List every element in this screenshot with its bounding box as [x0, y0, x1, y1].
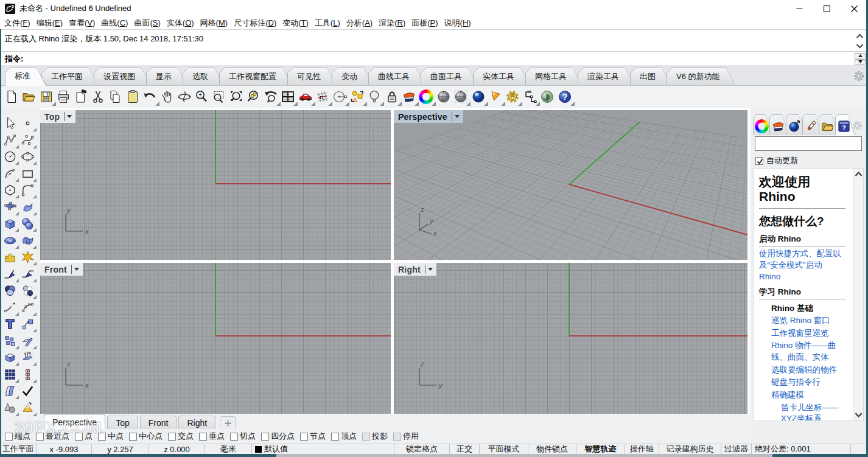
osnap-checkbox[interactable] [261, 433, 269, 441]
fillet-edge-button[interactable] [2, 266, 19, 283]
panel-tab-help[interactable]: ? [835, 114, 855, 135]
viewport-tab-right[interactable]: Right [178, 416, 215, 429]
single-point-button[interactable] [19, 115, 37, 132]
viewport-right[interactable]: Rightzy [394, 263, 747, 414]
menu-L[interactable]: 工具(L) [312, 16, 343, 30]
new-file-button[interactable] [4, 89, 19, 105]
help-button[interactable]: ? [558, 89, 573, 105]
dropdown-corner-icon[interactable] [380, 102, 384, 106]
viewport-label-front[interactable]: Front [40, 263, 83, 276]
boolean-union-button[interactable] [2, 282, 19, 299]
cplane-button[interactable] [315, 89, 331, 105]
dropdown-corner-icon[interactable] [33, 362, 37, 366]
help-link[interactable]: 笛卡儿坐标——XYZ坐标系 [781, 402, 845, 421]
osnap-label[interactable]: 中点 [108, 431, 124, 442]
scale-button[interactable] [19, 316, 37, 333]
status-cell-10[interactable]: 物件锁点 [528, 444, 576, 454]
help-link[interactable]: 选取要编辑的物件 [771, 365, 845, 376]
new-viewport-tab-button[interactable] [220, 416, 236, 429]
menu-D[interactable]: 尺寸标注(D) [231, 16, 279, 30]
zoom-extents-button[interactable] [229, 89, 244, 105]
status-cell-7[interactable]: 锁定格点 [394, 444, 450, 454]
toolbar-tab-13[interactable]: 渲染工具 [578, 68, 635, 85]
help-link[interactable]: 使用快捷方式、配置以及“安全模式”启动 Rhino [759, 248, 845, 282]
minimize-button[interactable] [786, 0, 813, 17]
help-link[interactable]: Rhino 物件——曲线、曲面、实体 [771, 340, 845, 363]
lock-objects-button[interactable] [385, 89, 400, 105]
dropdown-corner-icon[interactable] [15, 379, 19, 383]
viewport-tab-top[interactable]: Top [107, 416, 138, 429]
dropdown-corner-icon[interactable] [33, 228, 37, 232]
osnap-label[interactable]: 交点 [178, 431, 194, 442]
dropdown-corner-icon[interactable] [33, 346, 37, 349]
menu-H[interactable]: 说明(H) [441, 16, 474, 30]
help-scrollbar[interactable] [853, 169, 863, 420]
help-search-input[interactable] [755, 136, 862, 151]
dropdown-corner-icon[interactable] [52, 102, 56, 106]
osnap-label[interactable]: 投影 [372, 431, 388, 442]
maximize-button[interactable] [813, 0, 841, 17]
dropdown-corner-icon[interactable] [15, 362, 19, 366]
dropdown-corner-icon[interactable] [345, 102, 349, 106]
dropdown-corner-icon[interactable] [15, 279, 19, 282]
primitives-button[interactable] [2, 400, 19, 417]
dropdown-corner-icon[interactable] [33, 212, 37, 215]
ellipse-button[interactable] [19, 148, 37, 166]
chamfer-edge-button[interactable] [19, 266, 37, 283]
osnap-checkbox[interactable] [75, 433, 83, 441]
status-cell-8[interactable]: 正交 [450, 444, 480, 454]
dropdown-corner-icon[interactable] [293, 102, 298, 106]
status-cell-11[interactable]: 智慧轨迹 [576, 444, 625, 454]
dropdown-corner-icon[interactable] [15, 245, 19, 249]
pan-button[interactable] [160, 89, 175, 105]
color-wheel-button[interactable] [419, 89, 434, 105]
cut-button[interactable] [91, 89, 106, 105]
menu-R[interactable]: 渲染(R) [376, 16, 408, 30]
record-history-button[interactable] [19, 366, 37, 383]
status-cell-13[interactable]: 记录建构历史 [659, 444, 721, 454]
open-file-button[interactable] [21, 89, 37, 105]
menu-T[interactable]: 变动(T) [279, 16, 312, 30]
zoom-dynamic-button[interactable]: ± [194, 89, 209, 105]
dropdown-corner-icon[interactable] [363, 102, 367, 106]
dropdown-corner-icon[interactable] [33, 145, 37, 148]
toolbar-tab-11[interactable]: 实体工具 [473, 68, 530, 85]
polygon-button[interactable] [2, 182, 19, 199]
zoom-selected-button[interactable] [246, 89, 261, 105]
dropdown-corner-icon[interactable] [484, 102, 488, 106]
dropdown-corner-icon[interactable] [397, 102, 402, 106]
dropdown-corner-icon[interactable] [15, 145, 19, 148]
dropdown-corner-icon[interactable] [15, 212, 19, 215]
osnap-checkbox[interactable] [98, 433, 106, 441]
array-button[interactable] [2, 366, 19, 383]
status-cell-1[interactable]: 工作平面 [0, 444, 37, 454]
dropdown-corner-icon[interactable] [15, 396, 19, 399]
dropdown-corner-icon[interactable] [466, 102, 471, 106]
toolbar-tab-15[interactable]: V6 的新功能 [667, 68, 736, 85]
explode-button[interactable] [19, 249, 37, 266]
join-button[interactable] [2, 249, 19, 266]
viewport-layout-button[interactable] [281, 89, 296, 105]
dropdown-corner-icon[interactable] [276, 102, 281, 106]
osnap-checkbox[interactable] [393, 433, 401, 441]
menu-S[interactable]: 曲面(S) [131, 16, 163, 30]
object-snap-button[interactable] [350, 89, 365, 105]
make-2d-button[interactable] [19, 333, 37, 350]
dropdown-corner-icon[interactable] [15, 346, 19, 349]
osnap-label[interactable]: 点 [85, 431, 93, 442]
text-object-button[interactable] [2, 316, 19, 333]
sphere-button[interactable] [19, 215, 37, 232]
toolbar-tab-10[interactable]: 曲面工具 [421, 68, 478, 85]
osnap-label[interactable]: 停用 [403, 431, 419, 442]
dropdown-corner-icon[interactable] [33, 161, 37, 165]
osnap-checkbox[interactable] [129, 433, 137, 441]
surface-patch-button[interactable] [19, 199, 37, 216]
dropdown-corner-icon[interactable] [311, 102, 315, 106]
toolbar-tab-5[interactable]: 选取 [183, 68, 224, 85]
rotate-view-button[interactable] [177, 89, 192, 105]
dimension-button[interactable] [523, 89, 538, 105]
auto-update-checkbox[interactable] [755, 157, 763, 165]
menu-F[interactable]: 文件(F) [1, 16, 33, 30]
viewport-label-perspective[interactable]: Perspective [394, 110, 463, 123]
status-cell-12[interactable]: 操作轴 [625, 444, 659, 454]
